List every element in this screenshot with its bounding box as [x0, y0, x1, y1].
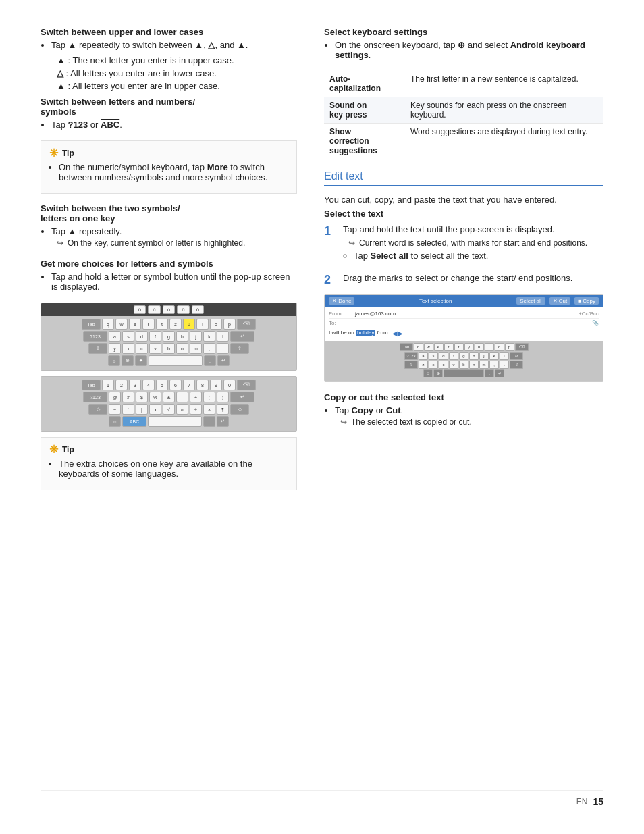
switch-numbers-bullet: Tap ?123 or ABC.: [51, 120, 297, 130]
tip-header-1: ✳ Tip: [49, 147, 288, 159]
section-two-symbols: Switch between the two symbols/letters o…: [41, 203, 297, 248]
step1-text: Tap and hold the text until the pop-scre…: [343, 224, 603, 234]
sc-cut-btn[interactable]: ✕ Cut: [549, 297, 571, 305]
step-1: 1 Tap and hold the text until the pop-sc…: [324, 224, 603, 266]
more-choices-bullet: Tap and hold a letter or symbol button u…: [51, 271, 297, 292]
tip-box-1: ✳ Tip On the numeric/symbol keyboard, ta…: [41, 140, 297, 194]
table-cell-value: The first letter in a new sentence is ca…: [405, 71, 603, 97]
step-1-content: Tap and hold the text until the pop-scre…: [343, 224, 603, 266]
edit-text-title: Edit text: [324, 170, 603, 186]
table-row: Showcorrectionsuggestions Word suggestio…: [324, 124, 603, 159]
select-text-title: Select the text: [324, 209, 603, 219]
tip-star-icon-2: ✳: [49, 443, 58, 456]
tip-header-2: ✳ Tip: [49, 443, 288, 456]
switch-numbers-title: Switch between letters and numbers/symbo…: [41, 97, 297, 117]
step-number-1: 1: [324, 224, 336, 266]
page: Switch between upper and lower cases Tap…: [0, 0, 644, 834]
section-edit-text: Edit text You can cut, copy, and paste t…: [324, 170, 603, 382]
table-cell-value: Key sounds for each press on the onscree…: [405, 97, 603, 124]
table-cell-key: Auto-capitalization: [324, 71, 405, 97]
select-keyboard-title: Select keyboard settings: [324, 27, 603, 37]
switch-cases-title: Switch between upper and lower cases: [41, 27, 297, 37]
page-number: 15: [593, 796, 603, 807]
step2-text: Drag the marks to select or change the s…: [343, 273, 603, 283]
switch-cases-indent2: △ : All letters you enter are in lower c…: [57, 68, 297, 78]
table-row: Sound onkey press Key sounds for each pr…: [324, 97, 603, 124]
section-more-choices: Get more choices for letters and symbols…: [41, 259, 297, 292]
sc-copy-btn[interactable]: ■ Copy: [574, 297, 599, 305]
section-switch-cases: Switch between upper and lower cases Tap…: [41, 27, 297, 130]
two-symbols-bullet: Tap ▲ repeatedly. ↪ On the key, current …: [51, 226, 297, 248]
sc-close-btn[interactable]: ✕ Done: [329, 297, 354, 305]
section-copy-cut: Copy or cut the selected text Tap Copy o…: [324, 392, 603, 427]
tip-label-2: Tip: [62, 445, 74, 454]
sc-selectall-btn[interactable]: Select all: [516, 297, 545, 305]
switch-cases-indent1: ▲ : The next letter you enter is in uppe…: [57, 55, 297, 66]
settings-table: Auto-capitalization The first letter in …: [324, 71, 603, 159]
sc-topbar: ✕ Done Text selection Select all ✕ Cut ■…: [325, 295, 603, 307]
more-choices-title: Get more choices for letters and symbols: [41, 259, 297, 269]
language-label: EN: [576, 797, 588, 806]
keyboard-image-1: ü ù ú û ū Tab qwertzuiop ⌫ ?123: [41, 303, 297, 371]
copy-cut-arrow: ↪ The selected text is copied or cut.: [340, 417, 603, 427]
step-2-content: Drag the marks to select or change the s…: [343, 273, 603, 288]
screen-capture: ✕ Done Text selection Select all ✕ Cut ■…: [324, 294, 603, 382]
step1-arrow1: ↪ Current word is selected, with marks f…: [348, 238, 603, 248]
two-symbols-title: Switch between the two symbols/letters o…: [41, 203, 297, 224]
table-cell-key: Sound onkey press: [324, 97, 405, 124]
tip2-content: The extra choices on one key are availab…: [59, 459, 288, 479]
two-symbols-arrow: ↪ On the key, current symbol or letter i…: [57, 238, 297, 248]
sc-from-row: From: james@163.com +Cc/Bcc: [329, 309, 599, 319]
sc-keyboard: Tab qwertyuiop ⌫ ?123 asdfghjkl ↵ ⇧ zxcv…: [325, 341, 603, 381]
copy-cut-bullet: Tap Copy or Cut. ↪ The selected text is …: [335, 405, 603, 427]
step-number-2: 2: [324, 273, 336, 288]
tip1-content: On the numeric/symbol keyboard, tap More…: [59, 162, 288, 182]
sc-body-row: I will be on holiday from ◀▶: [329, 328, 599, 338]
sc-from-value: james@163.com: [355, 311, 396, 317]
switch-cases-bullet1: Tap ▲ repeatedly to switch between ▲, △,…: [51, 40, 297, 50]
page-footer: EN 15: [41, 790, 603, 807]
table-cell-value: Word suggestions are displayed during te…: [405, 124, 603, 159]
table-row: Auto-capitalization The first letter in …: [324, 71, 603, 97]
table-cell-key: Showcorrectionsuggestions: [324, 124, 405, 159]
sc-title: Text selection: [358, 298, 512, 304]
keyboard-sim-2: Tab 1234567890 ⌫ ?123 @#$%&-+() ↵ ◇ ~`|•…: [41, 377, 296, 431]
step1-selectall: Tap Select all to select all the text.: [354, 251, 603, 261]
edit-text-intro: You can cut, copy, and paste the text th…: [324, 194, 603, 205]
sc-to-row: To: 📎: [329, 319, 599, 328]
content-columns: Switch between upper and lower cases Tap…: [41, 27, 603, 777]
section-select-keyboard: Select keyboard settings On the onscreen…: [324, 27, 603, 60]
left-column: Switch between upper and lower cases Tap…: [41, 27, 297, 777]
keyboard-image-2: Tab 1234567890 ⌫ ?123 @#$%&-+() ↵ ◇ ~`|•…: [41, 376, 297, 432]
sc-email-form: From: james@163.com +Cc/Bcc To: 📎 I will…: [325, 307, 603, 341]
tip-star-icon: ✳: [49, 147, 58, 159]
keyboard-sim-1: Tab qwertzuiop ⌫ ?123 asdfghjkl ↵ ⇧ yxcv…: [41, 316, 296, 370]
tip-box-2: ✳ Tip The extra choices on one key are a…: [41, 437, 297, 490]
tip-label-1: Tip: [62, 149, 74, 158]
copy-cut-title: Copy or cut the selected text: [324, 392, 603, 402]
switch-cases-indent3: ▲ : All letters you enter are in upper c…: [57, 81, 297, 91]
select-keyboard-bullet: On the onscreen keyboard, tap ⊕ and sele…: [335, 40, 603, 60]
step-2: 2 Drag the marks to select or change the…: [324, 273, 603, 288]
right-column: Select keyboard settings On the onscreen…: [324, 27, 603, 777]
